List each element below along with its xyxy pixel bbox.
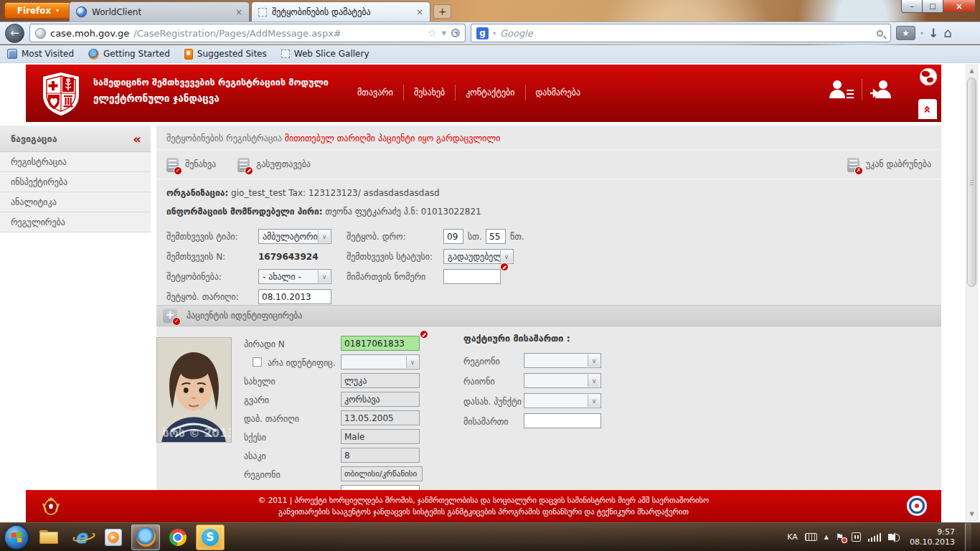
volume-icon[interactable] xyxy=(888,534,892,540)
clock[interactable]: 9:57 08.10.2013 xyxy=(910,527,955,547)
sidebar-item-regulation[interactable]: რეგულირება xyxy=(0,212,151,232)
nav-contacts[interactable]: კონტაქტები xyxy=(455,85,524,100)
minimize-button[interactable] xyxy=(901,0,923,13)
network-icon[interactable] xyxy=(868,533,882,542)
address-region-select[interactable] xyxy=(524,353,601,368)
sidebar-item-analytics[interactable]: ანალიტიკა xyxy=(0,192,151,212)
not-identified-checkbox[interactable] xyxy=(253,357,262,367)
taskbar-media-player[interactable] xyxy=(99,524,128,550)
url-dropdown-icon[interactable] xyxy=(442,30,446,37)
google-icon[interactable]: g xyxy=(476,27,489,39)
chevron-down-icon[interactable] xyxy=(318,270,330,283)
case-type-select[interactable]: ამბულატორია xyxy=(258,229,331,244)
language-indicator[interactable]: KA xyxy=(787,532,798,542)
address-settlement-select[interactable] xyxy=(524,393,601,408)
organization-line: ორგანიზაცია: gio_test_test Tax: 12312312… xyxy=(166,184,931,202)
nav-home[interactable]: მთავარი xyxy=(347,85,403,100)
taskbar-skype[interactable]: S xyxy=(196,524,225,550)
vertical-scrollbar[interactable] xyxy=(966,65,978,521)
address-district-select[interactable] xyxy=(524,373,601,388)
back-button[interactable] xyxy=(5,24,24,43)
search-icon[interactable] xyxy=(877,30,883,37)
bookmarks-dropdown-icon[interactable] xyxy=(920,30,923,37)
search-bar[interactable]: g xyxy=(471,24,891,42)
new-tab-button[interactable]: + xyxy=(433,4,451,19)
search-input[interactable] xyxy=(500,28,872,39)
sidebar-collapse-icon[interactable] xyxy=(133,131,140,146)
bookmark-most-visited[interactable]: Most Visited xyxy=(7,49,74,59)
case-status-select[interactable]: გადაუდებელი xyxy=(443,249,514,264)
nav-help[interactable]: დახმარება xyxy=(525,85,591,100)
chevron-down-icon[interactable] xyxy=(318,230,330,242)
keyboard-icon[interactable] xyxy=(805,533,817,541)
collapse-header-button[interactable] xyxy=(918,99,937,119)
hour-input[interactable] xyxy=(443,229,463,244)
sidebar-item-inspection[interactable]: ინსპექტირება xyxy=(0,172,151,192)
logout-icon[interactable] xyxy=(870,79,894,100)
home-icon[interactable] xyxy=(943,27,951,39)
clipped-input[interactable] xyxy=(341,485,420,490)
save-button[interactable]: შენახვა xyxy=(166,157,216,172)
hidden-icons-arrow[interactable] xyxy=(824,534,829,540)
chevron-down-icon[interactable] xyxy=(588,395,600,407)
actual-address-block: ფაქტიური მისამართი : რეგიონი რაიონი xyxy=(463,333,636,433)
scrollbar-thumb[interactable] xyxy=(967,77,976,287)
close-tab-icon[interactable] xyxy=(235,8,242,17)
chevron-down-icon[interactable] xyxy=(588,375,600,387)
tab-add-message[interactable]: შეტყობინების დამატება xyxy=(251,1,430,22)
search-engine-dropdown-icon[interactable] xyxy=(493,30,496,37)
photo-watermark: სრს © 2013 xyxy=(163,426,232,440)
personal-number-lookup-button[interactable] xyxy=(425,336,436,349)
power-icon[interactable] xyxy=(852,532,861,542)
taskbar-firefox[interactable] xyxy=(131,524,160,550)
sidebar-item-registration[interactable]: რეგისტრაცია xyxy=(0,152,151,172)
case-info: ორგანიზაცია: gio_test_test Tax: 12312312… xyxy=(156,179,941,225)
scroll-up-arrow[interactable] xyxy=(966,65,977,77)
site-identity-icon[interactable] xyxy=(35,28,46,39)
url-bar[interactable]: case.moh.gov.ge /CaseRegistration/Pages/… xyxy=(29,24,466,42)
close-button[interactable] xyxy=(943,0,976,13)
chevron-down-icon[interactable] xyxy=(406,356,418,368)
taskbar-explorer[interactable] xyxy=(34,524,63,550)
minute-input[interactable] xyxy=(486,229,506,244)
document-type-select[interactable] xyxy=(341,354,420,369)
downloads-icon[interactable] xyxy=(928,27,938,39)
taskbar-internet-explorer[interactable]: e xyxy=(67,524,95,550)
chevron-down-icon[interactable] xyxy=(500,250,512,263)
maximize-button[interactable] xyxy=(922,0,943,13)
language-globe-icon[interactable] xyxy=(920,68,937,85)
chevron-down-icon[interactable] xyxy=(588,354,600,367)
reload-icon[interactable] xyxy=(451,29,460,37)
personal-number-input[interactable] xyxy=(341,336,420,351)
window-titlebar[interactable]: Firefox WorldClient შეტყობინების დამატებ… xyxy=(0,0,980,22)
scroll-down-arrow[interactable] xyxy=(966,509,977,520)
taskbar-chrome[interactable] xyxy=(164,524,192,550)
bookmarks-menu-button[interactable] xyxy=(896,26,915,40)
page-title-row: შეტყობინების რეგისტრაცია მითითებულ თარიღ… xyxy=(156,126,941,149)
message-date-input[interactable] xyxy=(258,289,331,304)
clear-button[interactable]: გასუფთავება xyxy=(237,157,311,172)
user-profile-icon[interactable] xyxy=(829,79,854,100)
bookmark-getting-started[interactable]: Getting Started xyxy=(88,49,170,60)
media-player-icon xyxy=(105,529,122,546)
firefox-menu-button[interactable]: Firefox xyxy=(4,2,72,19)
deceased-alert: მითითებულ თარიღში პაციენტი იყო გარდაცვლი… xyxy=(285,133,501,143)
add-patient-icon[interactable] xyxy=(163,309,177,323)
tab-worldclient[interactable]: WorldClient xyxy=(69,1,250,22)
bookmark-web-slice-gallery[interactable]: Web Slice Gallery xyxy=(281,49,369,59)
nav-about[interactable]: შესახებ xyxy=(403,85,455,100)
referral-number-input[interactable] xyxy=(443,269,501,284)
bookmark-suggested-sites[interactable]: Suggested Sites xyxy=(184,49,267,60)
action-center-icon[interactable] xyxy=(836,532,844,542)
site-footer: © 2011 | პროექტი ხორციელდება შრომის, ჯან… xyxy=(26,490,941,522)
address-text-input[interactable] xyxy=(524,413,601,428)
address-region-row: რეგიონი xyxy=(463,352,636,372)
start-button[interactable] xyxy=(4,525,29,550)
message-select[interactable]: - ახალი - xyxy=(258,269,331,284)
close-tab-icon[interactable] xyxy=(416,8,423,17)
go-back-button[interactable]: უკან დაბრუნება xyxy=(847,157,931,172)
show-desktop-button[interactable] xyxy=(965,523,971,551)
case-number-value: 1679643924 xyxy=(258,252,319,262)
bookmark-star-icon[interactable] xyxy=(427,27,436,39)
referral-lookup-button[interactable] xyxy=(505,268,517,282)
